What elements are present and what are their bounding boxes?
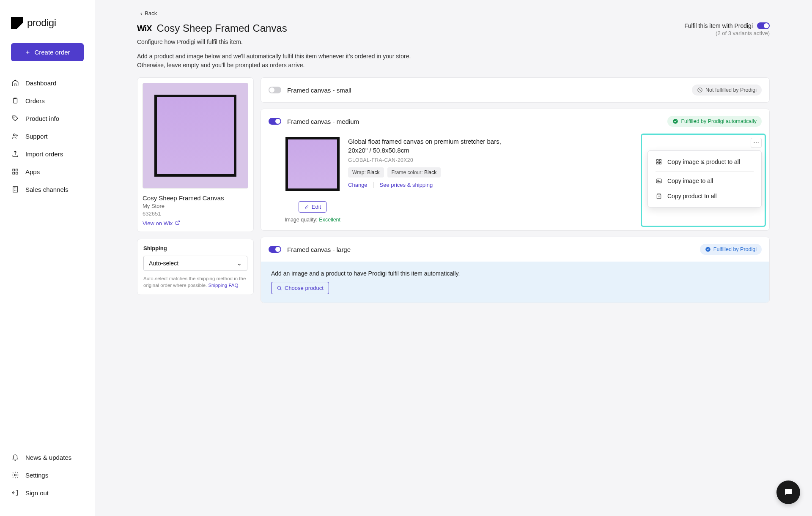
back-button[interactable]: ‹ Back bbox=[140, 10, 770, 16]
more-button[interactable]: ⋯ bbox=[751, 138, 762, 148]
copy-product-all[interactable]: Copy product to all bbox=[648, 188, 761, 204]
edit-label: Edit bbox=[312, 204, 321, 210]
fulfil-sub-label: (2 of 3 variants active) bbox=[684, 30, 770, 36]
nav-support[interactable]: Support bbox=[6, 127, 89, 145]
shipping-selected: Auto-select bbox=[149, 260, 178, 267]
sidebar: prodigi ＋ Create order Dashboard Orders … bbox=[0, 0, 95, 516]
variant-small-name: Framed canvas - small bbox=[287, 87, 351, 94]
nav-label: News & updates bbox=[25, 454, 71, 461]
nav-settings[interactable]: Settings bbox=[6, 466, 89, 484]
choose-product-button[interactable]: Choose product bbox=[271, 282, 329, 294]
fulfil-toggle[interactable] bbox=[757, 22, 770, 29]
create-order-label: Create order bbox=[34, 49, 70, 56]
nav-label: Product info bbox=[25, 115, 59, 122]
nav-sales-channels[interactable]: Sales channels bbox=[6, 180, 89, 198]
building-icon bbox=[11, 185, 19, 194]
shipping-select[interactable]: Auto-select ⌄ bbox=[143, 256, 247, 271]
svg-rect-15 bbox=[659, 162, 661, 164]
change-link[interactable]: Change bbox=[348, 182, 368, 188]
preview-title: Cosy Sheep Framed Canvas bbox=[143, 194, 248, 202]
menu-label: Copy image & product to all bbox=[667, 158, 740, 165]
svg-rect-4 bbox=[13, 169, 15, 171]
logo-icon bbox=[11, 17, 23, 29]
back-label: Back bbox=[145, 10, 157, 16]
page-description: Add a product and image below and we'll … bbox=[137, 52, 433, 70]
home-icon bbox=[11, 79, 19, 87]
svg-rect-6 bbox=[13, 172, 15, 175]
svg-rect-7 bbox=[16, 172, 18, 175]
copy-image-product-all[interactable]: Copy image & product to all bbox=[648, 154, 761, 169]
edit-button[interactable]: Edit bbox=[299, 201, 326, 213]
nav-sign-out[interactable]: Sign out bbox=[6, 484, 89, 502]
variant-medium-name: Framed canvas - medium bbox=[287, 118, 359, 125]
frame-chip: Frame colour: Black bbox=[387, 167, 441, 177]
nav-primary: Dashboard Orders Product info Support Im… bbox=[0, 70, 95, 202]
nav-news[interactable]: News & updates bbox=[6, 448, 89, 466]
gear-icon bbox=[11, 471, 19, 479]
nav-label: Import orders bbox=[25, 150, 63, 158]
create-order-button[interactable]: ＋ Create order bbox=[11, 43, 84, 61]
upload-icon bbox=[11, 150, 19, 158]
add-product-prompt: Add an image and a product to have Prodi… bbox=[261, 262, 769, 303]
shipping-heading: Shipping bbox=[143, 245, 247, 251]
clipboard-icon bbox=[11, 96, 19, 105]
shipping-faq-link[interactable]: Shipping FAQ bbox=[208, 283, 238, 288]
variant-large-status-badge: Fulfilled by Prodigi bbox=[700, 244, 762, 255]
nav-apps[interactable]: Apps bbox=[6, 163, 89, 180]
preview-sku: 632651 bbox=[143, 210, 248, 217]
copy-image-all[interactable]: Copy image to all bbox=[648, 173, 761, 188]
svg-point-2 bbox=[14, 134, 16, 136]
nav-orders[interactable]: Orders bbox=[6, 92, 89, 109]
brand-logo[interactable]: prodigi bbox=[0, 10, 95, 41]
view-link-label: View on Wix bbox=[143, 220, 173, 227]
nav-label: Orders bbox=[25, 97, 45, 104]
variant-medium: Framed canvas - medium Fulfilled by Prod… bbox=[261, 109, 770, 231]
page-title: Cosy Sheep Framed Canvas bbox=[157, 22, 287, 34]
svg-point-18 bbox=[705, 247, 710, 252]
plus-icon: ＋ bbox=[25, 48, 31, 56]
prompt-text: Add an image and a product to have Prodi… bbox=[271, 270, 759, 277]
brand-name: prodigi bbox=[27, 17, 56, 29]
shipping-card: Shipping Auto-select ⌄ Auto-select match… bbox=[137, 239, 254, 295]
nav-secondary: News & updates Settings Sign out bbox=[0, 448, 95, 506]
variant-small-toggle[interactable] bbox=[269, 87, 281, 93]
main-content: ‹ Back WiX Cosy Sheep Framed Canvas Conf… bbox=[95, 0, 812, 516]
product-preview-card: Cosy Sheep Framed Canvas My Store 632651… bbox=[137, 77, 254, 232]
nav-label: Sign out bbox=[25, 489, 49, 497]
nav-label: Apps bbox=[25, 168, 40, 175]
variant-medium-toggle[interactable] bbox=[269, 118, 281, 125]
nav-import-orders[interactable]: Import orders bbox=[6, 145, 89, 163]
shipping-note: Auto-select matches the shipping method … bbox=[143, 275, 247, 289]
image-quality: Image quality: Excellent bbox=[285, 217, 340, 223]
svg-point-19 bbox=[277, 286, 281, 289]
preview-store: My Store bbox=[143, 203, 248, 209]
svg-rect-12 bbox=[657, 160, 658, 161]
svg-rect-14 bbox=[657, 162, 658, 164]
chevron-left-icon: ‹ bbox=[140, 10, 142, 16]
svg-rect-8 bbox=[13, 186, 18, 192]
variant-large-toggle[interactable] bbox=[269, 246, 281, 253]
sign-out-icon bbox=[11, 489, 19, 497]
nav-product-info[interactable]: Product info bbox=[6, 109, 89, 127]
chat-button[interactable] bbox=[776, 481, 800, 504]
svg-point-1 bbox=[14, 117, 14, 117]
nav-label: Settings bbox=[25, 472, 48, 479]
fulfil-label: Fulfil this item with Prodigi bbox=[684, 22, 753, 29]
nav-dashboard[interactable]: Dashboard bbox=[6, 74, 89, 92]
menu-label: Copy image to all bbox=[667, 177, 713, 184]
page-subtitle: Configure how Prodigi will fulfil this i… bbox=[137, 38, 433, 45]
nav-label: Support bbox=[25, 133, 48, 140]
prices-link[interactable]: See prices & shipping bbox=[380, 182, 433, 188]
view-on-wix-link[interactable]: View on Wix bbox=[143, 220, 248, 227]
variant-small: Framed canvas - small Not fulfilled by P… bbox=[261, 77, 770, 103]
svg-point-9 bbox=[14, 474, 16, 476]
choose-label: Choose product bbox=[285, 285, 324, 291]
variant-large-name: Framed canvas - large bbox=[287, 246, 351, 253]
svg-rect-5 bbox=[16, 169, 18, 171]
wrap-chip: Wrap: Black bbox=[348, 167, 384, 177]
variant-large: Framed canvas - large Fulfilled by Prodi… bbox=[261, 237, 770, 303]
users-icon bbox=[11, 132, 19, 140]
preview-image bbox=[143, 83, 248, 188]
nav-label: Dashboard bbox=[25, 79, 56, 87]
bell-icon bbox=[11, 453, 19, 461]
